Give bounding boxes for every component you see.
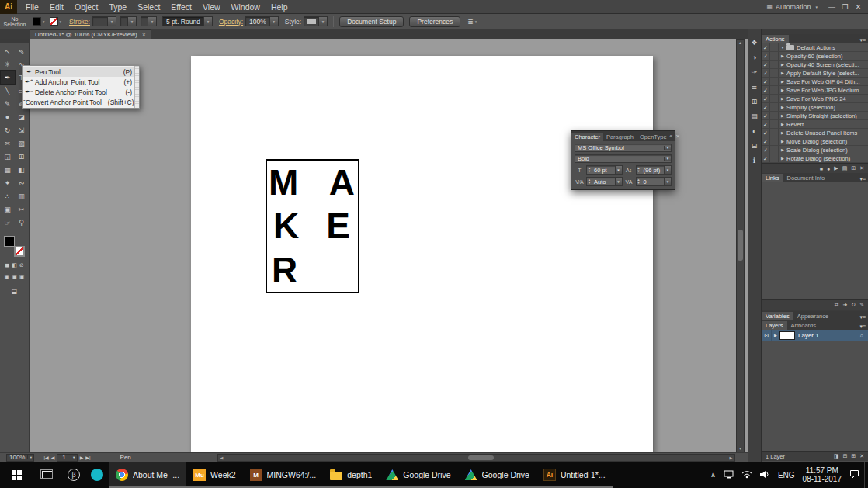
- show-desktop-button[interactable]: [864, 462, 868, 488]
- vertical-scroll-thumb[interactable]: [738, 230, 743, 261]
- check-icon[interactable]: ✓: [762, 146, 770, 154]
- expand-arrow-icon[interactable]: ▶: [779, 122, 786, 126]
- draw-normal-icon[interactable]: ▣: [5, 274, 10, 280]
- action-item[interactable]: ✓ ▶ Rotate Dialog (selection): [762, 154, 868, 163]
- flyout-menu-item[interactable]: ˆ Convert Anchor Point Tool (Shift+C): [23, 97, 134, 107]
- expand-arrow-icon[interactable]: ▶: [772, 333, 779, 337]
- scale-tool[interactable]: ⇲: [15, 123, 29, 137]
- dialog-toggle-box[interactable]: [770, 43, 779, 51]
- expand-arrow-icon[interactable]: ▶: [779, 113, 786, 118]
- close-button[interactable]: ✕: [852, 3, 865, 11]
- tab-opentype[interactable]: OpenType: [637, 133, 670, 141]
- pen-tool[interactable]: ✒: [1, 71, 15, 84]
- action-item[interactable]: ✓ ▶ Opacity 40 Screen (selecti...: [762, 61, 868, 69]
- check-icon[interactable]: ✓: [762, 52, 770, 60]
- artboard-letter-e[interactable]: E: [313, 204, 359, 247]
- tracking-field[interactable]: ▲▼ 0 ▼: [636, 177, 672, 186]
- delete-layer-icon[interactable]: ✕: [859, 453, 864, 459]
- width-tool[interactable]: ≍: [1, 137, 15, 150]
- kerning-field[interactable]: ▲▼ Auto ▼: [586, 177, 623, 186]
- font-size-field[interactable]: ▲▼ 60 pt ▼: [586, 165, 623, 175]
- tab-actions[interactable]: Actions: [762, 35, 789, 43]
- expand-arrow-icon[interactable]: ▼: [779, 45, 786, 50]
- language-indicator[interactable]: ENG: [778, 471, 795, 479]
- menu-item[interactable]: View: [197, 2, 226, 12]
- dialog-toggle-box[interactable]: [770, 78, 779, 85]
- document-tab[interactable]: Untitled-1* @ 100% (CMYK/Preview) ✕: [30, 29, 151, 39]
- scroll-down-icon[interactable]: ▼: [737, 446, 744, 451]
- style-dropdown[interactable]: ▾: [304, 16, 328, 26]
- panel-menu-icon[interactable]: ▾≡: [859, 314, 868, 320]
- chevron-down-icon[interactable]: ▾: [203, 17, 212, 26]
- action-item[interactable]: ✓ ▶ Opacity 60 (selection): [762, 52, 868, 61]
- chevron-down-icon[interactable]: ▼: [664, 157, 671, 161]
- expand-arrow-icon[interactable]: ▶: [779, 147, 786, 152]
- edit-original-icon[interactable]: ✎: [859, 302, 864, 308]
- artboard-letter-m[interactable]: M: [267, 161, 313, 204]
- tab-appearance[interactable]: Appearance: [793, 312, 832, 320]
- preferences-button[interactable]: Preferences: [409, 16, 460, 27]
- first-artboard-icon[interactable]: |◀: [43, 455, 48, 460]
- scroll-right-icon[interactable]: ▶: [727, 455, 734, 461]
- dialog-toggle-box[interactable]: [770, 86, 779, 94]
- go-to-link-icon[interactable]: ➔: [842, 302, 847, 308]
- chevron-down-icon[interactable]: ▼: [615, 178, 622, 185]
- font-style-dropdown[interactable]: Bold ▼: [575, 154, 672, 163]
- eyedropper-tool[interactable]: ✦: [1, 176, 15, 189]
- selection-tool[interactable]: ↖: [1, 44, 15, 57]
- artboard[interactable]: M A K E R: [191, 56, 653, 452]
- rotate-tool[interactable]: ↻: [1, 123, 15, 137]
- menu-item[interactable]: Effect: [165, 2, 197, 12]
- chevron-down-icon[interactable]: ▼: [664, 166, 671, 174]
- taskbar-app-chrome[interactable]: About Me -...: [109, 462, 186, 488]
- update-link-icon[interactable]: ↻: [851, 302, 856, 308]
- hand-tool[interactable]: ☞: [1, 216, 15, 229]
- dialog-toggle-box[interactable]: [770, 69, 779, 77]
- relink-icon[interactable]: ⇄: [835, 302, 839, 308]
- action-item[interactable]: ✓ ▶ Save For Web GIF 64 Dith...: [762, 78, 868, 86]
- leading-field[interactable]: ▲▼ (96 pt) ▼: [636, 165, 672, 175]
- brush-style-dropdown[interactable]: 5 pt. Round▾: [162, 16, 213, 26]
- brush-definition-dropdown[interactable]: ▾: [141, 16, 157, 26]
- expand-arrow-icon[interactable]: ▶: [779, 130, 786, 135]
- tab-document-info[interactable]: Document Info: [783, 174, 829, 182]
- stroke-label[interactable]: Stroke:: [69, 18, 90, 26]
- menu-item[interactable]: Edit: [44, 2, 69, 12]
- tab-paragraph[interactable]: Paragraph: [603, 133, 637, 141]
- dialog-toggle-box[interactable]: [770, 95, 779, 102]
- menu-item[interactable]: Help: [266, 2, 293, 12]
- variable-width-profile-dropdown[interactable]: ▾: [120, 16, 137, 26]
- taskbar-app-mu[interactable]: Mu Week2: [186, 462, 243, 488]
- pinned-app-teal[interactable]: [85, 462, 109, 488]
- menu-item[interactable]: File: [20, 2, 44, 12]
- blend-tool[interactable]: ∾: [15, 176, 29, 189]
- dialog-toggle-box[interactable]: [770, 154, 779, 162]
- action-item[interactable]: ✓ ▶ Scale Dialog (selection): [762, 146, 868, 154]
- artboard-letter-k[interactable]: K: [267, 204, 313, 247]
- fill-color-swatch[interactable]: [33, 17, 41, 26]
- expand-arrow-icon[interactable]: ▶: [779, 71, 786, 75]
- symbol-sprayer-tool[interactable]: ∴: [1, 189, 15, 202]
- zoom-tool[interactable]: ⚲: [15, 216, 29, 229]
- info-panel-icon[interactable]: ℹ: [753, 157, 755, 166]
- expand-arrow-icon[interactable]: ▶: [779, 62, 786, 67]
- record-icon[interactable]: ●: [827, 166, 830, 171]
- expand-arrow-icon[interactable]: ▶: [779, 96, 786, 101]
- stroke-weight-combo[interactable]: ▾: [92, 16, 116, 26]
- graphic-styles-panel-icon[interactable]: ▤: [751, 112, 758, 122]
- mesh-tool[interactable]: ▦: [1, 163, 15, 176]
- check-icon[interactable]: ✓: [762, 86, 770, 94]
- font-family-dropdown[interactable]: MS Office Symbol ▼: [575, 144, 672, 152]
- maker-rectangle[interactable]: M A K E R: [266, 159, 359, 293]
- check-icon[interactable]: ✓: [762, 43, 770, 51]
- task-view-button[interactable]: [33, 462, 62, 488]
- layer-thumbnail[interactable]: [779, 331, 795, 340]
- notification-center-icon[interactable]: [849, 468, 859, 482]
- document-setup-button[interactable]: Document Setup: [339, 16, 404, 27]
- dialog-toggle-box[interactable]: [770, 137, 779, 145]
- last-artboard-icon[interactable]: ▶|: [85, 455, 90, 460]
- magic-wand-tool[interactable]: ✳: [1, 57, 15, 71]
- layer-name[interactable]: Layer 1: [798, 332, 860, 339]
- dialog-toggle-box[interactable]: [770, 146, 779, 154]
- check-icon[interactable]: ✓: [762, 103, 770, 111]
